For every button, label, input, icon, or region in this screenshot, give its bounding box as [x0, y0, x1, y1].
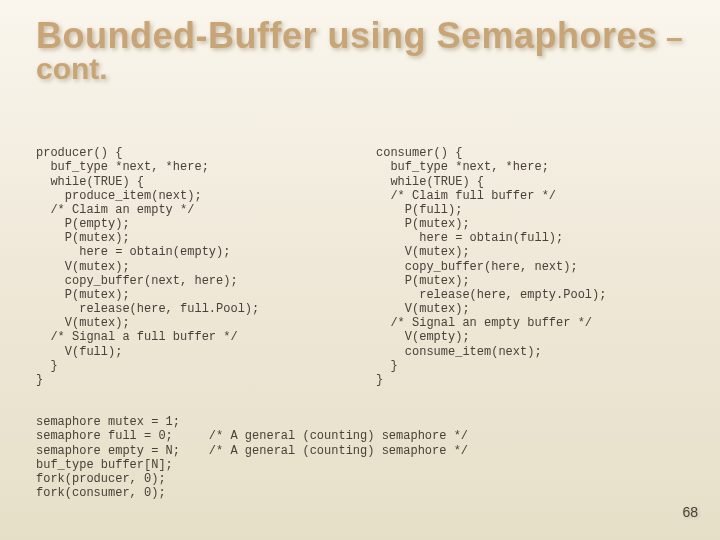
consumer-code: consumer() { buf_type *next, *here; whil…: [376, 146, 696, 387]
code-area: producer() { buf_type *next, *here; whil…: [36, 118, 696, 514]
globals-code: semaphore mutex = 1; semaphore full = 0;…: [36, 415, 696, 500]
slide-title: Bounded-Buffer using Semaphores – cont.: [36, 18, 696, 84]
producer-code: producer() { buf_type *next, *here; whil…: [36, 146, 376, 387]
code-columns: producer() { buf_type *next, *here; whil…: [36, 146, 696, 387]
title-main: Bounded-Buffer using Semaphores: [36, 15, 658, 56]
page-number: 68: [682, 504, 698, 520]
